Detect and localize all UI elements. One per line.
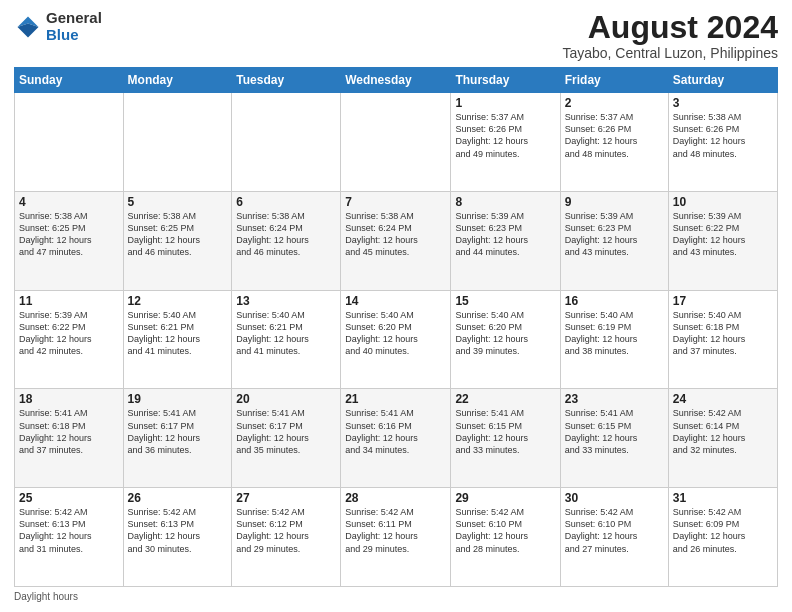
calendar-cell: 22Sunrise: 5:41 AM Sunset: 6:15 PM Dayli… — [451, 389, 560, 488]
calendar-cell: 25Sunrise: 5:42 AM Sunset: 6:13 PM Dayli… — [15, 488, 124, 587]
calendar-cell: 18Sunrise: 5:41 AM Sunset: 6:18 PM Dayli… — [15, 389, 124, 488]
day-number: 14 — [345, 294, 446, 308]
week-row-3: 11Sunrise: 5:39 AM Sunset: 6:22 PM Dayli… — [15, 290, 778, 389]
day-info: Sunrise: 5:41 AM Sunset: 6:17 PM Dayligh… — [236, 407, 336, 456]
day-info: Sunrise: 5:40 AM Sunset: 6:21 PM Dayligh… — [128, 309, 228, 358]
calendar-cell: 10Sunrise: 5:39 AM Sunset: 6:22 PM Dayli… — [668, 191, 777, 290]
day-info: Sunrise: 5:38 AM Sunset: 6:26 PM Dayligh… — [673, 111, 773, 160]
calendar-cell: 23Sunrise: 5:41 AM Sunset: 6:15 PM Dayli… — [560, 389, 668, 488]
day-info: Sunrise: 5:42 AM Sunset: 6:12 PM Dayligh… — [236, 506, 336, 555]
col-header-thursday: Thursday — [451, 68, 560, 93]
calendar-cell: 2Sunrise: 5:37 AM Sunset: 6:26 PM Daylig… — [560, 93, 668, 192]
day-info: Sunrise: 5:42 AM Sunset: 6:10 PM Dayligh… — [565, 506, 664, 555]
logo-blue-text: Blue — [46, 26, 79, 43]
calendar-cell: 13Sunrise: 5:40 AM Sunset: 6:21 PM Dayli… — [232, 290, 341, 389]
day-number: 4 — [19, 195, 119, 209]
day-info: Sunrise: 5:39 AM Sunset: 6:23 PM Dayligh… — [455, 210, 555, 259]
day-number: 11 — [19, 294, 119, 308]
calendar-cell: 9Sunrise: 5:39 AM Sunset: 6:23 PM Daylig… — [560, 191, 668, 290]
calendar-cell: 20Sunrise: 5:41 AM Sunset: 6:17 PM Dayli… — [232, 389, 341, 488]
day-number: 18 — [19, 392, 119, 406]
col-header-sunday: Sunday — [15, 68, 124, 93]
day-number: 24 — [673, 392, 773, 406]
calendar-cell: 1Sunrise: 5:37 AM Sunset: 6:26 PM Daylig… — [451, 93, 560, 192]
day-number: 22 — [455, 392, 555, 406]
col-header-monday: Monday — [123, 68, 232, 93]
calendar-cell — [123, 93, 232, 192]
day-number: 31 — [673, 491, 773, 505]
day-info: Sunrise: 5:38 AM Sunset: 6:25 PM Dayligh… — [128, 210, 228, 259]
day-info: Sunrise: 5:40 AM Sunset: 6:21 PM Dayligh… — [236, 309, 336, 358]
footer: Daylight hours — [14, 591, 778, 602]
day-number: 27 — [236, 491, 336, 505]
calendar-cell — [341, 93, 451, 192]
day-number: 1 — [455, 96, 555, 110]
calendar-cell: 11Sunrise: 5:39 AM Sunset: 6:22 PM Dayli… — [15, 290, 124, 389]
day-number: 20 — [236, 392, 336, 406]
day-info: Sunrise: 5:41 AM Sunset: 6:15 PM Dayligh… — [565, 407, 664, 456]
day-info: Sunrise: 5:41 AM Sunset: 6:16 PM Dayligh… — [345, 407, 446, 456]
calendar-cell — [15, 93, 124, 192]
day-number: 25 — [19, 491, 119, 505]
calendar-cell: 29Sunrise: 5:42 AM Sunset: 6:10 PM Dayli… — [451, 488, 560, 587]
calendar-table: SundayMondayTuesdayWednesdayThursdayFrid… — [14, 67, 778, 587]
day-info: Sunrise: 5:39 AM Sunset: 6:22 PM Dayligh… — [673, 210, 773, 259]
week-row-2: 4Sunrise: 5:38 AM Sunset: 6:25 PM Daylig… — [15, 191, 778, 290]
day-number: 6 — [236, 195, 336, 209]
logo-general-text: General — [46, 9, 102, 26]
day-info: Sunrise: 5:41 AM Sunset: 6:15 PM Dayligh… — [455, 407, 555, 456]
month-year-title: August 2024 — [562, 10, 778, 45]
day-number: 28 — [345, 491, 446, 505]
day-number: 29 — [455, 491, 555, 505]
day-info: Sunrise: 5:41 AM Sunset: 6:18 PM Dayligh… — [19, 407, 119, 456]
day-number: 23 — [565, 392, 664, 406]
calendar-cell — [232, 93, 341, 192]
day-number: 10 — [673, 195, 773, 209]
calendar-cell: 31Sunrise: 5:42 AM Sunset: 6:09 PM Dayli… — [668, 488, 777, 587]
calendar-cell: 27Sunrise: 5:42 AM Sunset: 6:12 PM Dayli… — [232, 488, 341, 587]
calendar-cell: 3Sunrise: 5:38 AM Sunset: 6:26 PM Daylig… — [668, 93, 777, 192]
day-number: 2 — [565, 96, 664, 110]
day-info: Sunrise: 5:42 AM Sunset: 6:09 PM Dayligh… — [673, 506, 773, 555]
calendar-cell: 17Sunrise: 5:40 AM Sunset: 6:18 PM Dayli… — [668, 290, 777, 389]
day-info: Sunrise: 5:38 AM Sunset: 6:25 PM Dayligh… — [19, 210, 119, 259]
col-header-tuesday: Tuesday — [232, 68, 341, 93]
calendar-cell: 21Sunrise: 5:41 AM Sunset: 6:16 PM Dayli… — [341, 389, 451, 488]
day-number: 8 — [455, 195, 555, 209]
day-info: Sunrise: 5:40 AM Sunset: 6:20 PM Dayligh… — [455, 309, 555, 358]
day-info: Sunrise: 5:39 AM Sunset: 6:22 PM Dayligh… — [19, 309, 119, 358]
day-info: Sunrise: 5:38 AM Sunset: 6:24 PM Dayligh… — [236, 210, 336, 259]
daylight-label: Daylight hours — [14, 591, 78, 602]
day-info: Sunrise: 5:41 AM Sunset: 6:17 PM Dayligh… — [128, 407, 228, 456]
logo-icon — [14, 13, 42, 41]
day-info: Sunrise: 5:42 AM Sunset: 6:14 PM Dayligh… — [673, 407, 773, 456]
day-number: 15 — [455, 294, 555, 308]
logo: General Blue — [14, 10, 102, 43]
calendar-cell: 15Sunrise: 5:40 AM Sunset: 6:20 PM Dayli… — [451, 290, 560, 389]
day-info: Sunrise: 5:37 AM Sunset: 6:26 PM Dayligh… — [565, 111, 664, 160]
day-number: 21 — [345, 392, 446, 406]
day-info: Sunrise: 5:40 AM Sunset: 6:20 PM Dayligh… — [345, 309, 446, 358]
day-number: 5 — [128, 195, 228, 209]
calendar-cell: 5Sunrise: 5:38 AM Sunset: 6:25 PM Daylig… — [123, 191, 232, 290]
calendar-cell: 4Sunrise: 5:38 AM Sunset: 6:25 PM Daylig… — [15, 191, 124, 290]
calendar-cell: 28Sunrise: 5:42 AM Sunset: 6:11 PM Dayli… — [341, 488, 451, 587]
day-info: Sunrise: 5:42 AM Sunset: 6:10 PM Dayligh… — [455, 506, 555, 555]
day-number: 12 — [128, 294, 228, 308]
day-info: Sunrise: 5:38 AM Sunset: 6:24 PM Dayligh… — [345, 210, 446, 259]
calendar-cell: 19Sunrise: 5:41 AM Sunset: 6:17 PM Dayli… — [123, 389, 232, 488]
logo-text: General Blue — [46, 10, 102, 43]
header: General Blue August 2024 Tayabo, Central… — [14, 10, 778, 61]
col-header-friday: Friday — [560, 68, 668, 93]
col-header-saturday: Saturday — [668, 68, 777, 93]
day-number: 30 — [565, 491, 664, 505]
calendar-cell: 6Sunrise: 5:38 AM Sunset: 6:24 PM Daylig… — [232, 191, 341, 290]
day-number: 7 — [345, 195, 446, 209]
calendar-cell: 14Sunrise: 5:40 AM Sunset: 6:20 PM Dayli… — [341, 290, 451, 389]
day-info: Sunrise: 5:42 AM Sunset: 6:11 PM Dayligh… — [345, 506, 446, 555]
day-info: Sunrise: 5:42 AM Sunset: 6:13 PM Dayligh… — [128, 506, 228, 555]
calendar-cell: 7Sunrise: 5:38 AM Sunset: 6:24 PM Daylig… — [341, 191, 451, 290]
calendar-cell: 16Sunrise: 5:40 AM Sunset: 6:19 PM Dayli… — [560, 290, 668, 389]
day-number: 26 — [128, 491, 228, 505]
day-info: Sunrise: 5:40 AM Sunset: 6:19 PM Dayligh… — [565, 309, 664, 358]
